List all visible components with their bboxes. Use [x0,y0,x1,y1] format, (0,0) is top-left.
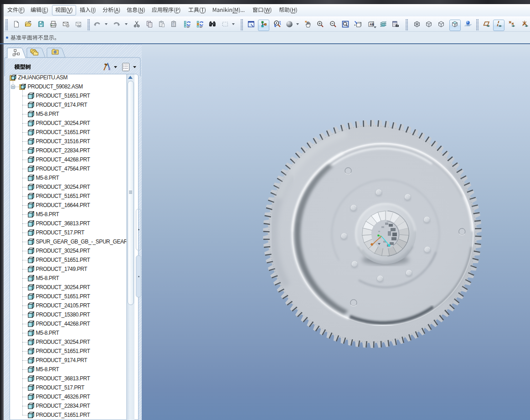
svg-text:AB: AB [370,23,374,26]
